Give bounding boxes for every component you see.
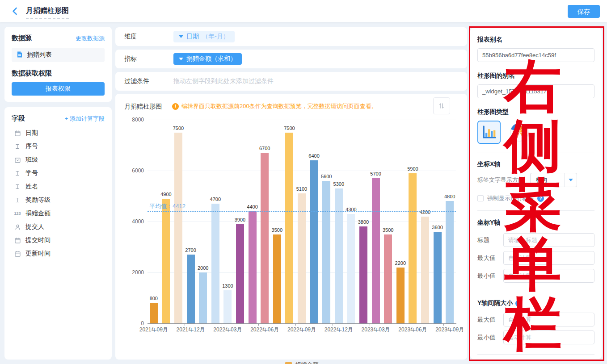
report-permission-button[interactable]: 报表权限 <box>12 82 105 96</box>
bar <box>434 232 442 323</box>
bar-value-label: 3500 <box>379 227 397 233</box>
yaxis-row: 标题 <box>477 233 594 247</box>
metric-label: 指标 <box>124 55 173 63</box>
legend-swatch <box>285 362 292 364</box>
bar-value-label: 2200 <box>392 260 409 266</box>
bar <box>322 181 330 323</box>
bar <box>446 201 454 323</box>
datasource-title: 数据源 <box>12 34 32 42</box>
bar-value-label: 5100 <box>293 186 311 192</box>
sort-button[interactable] <box>433 97 450 114</box>
filter-row[interactable]: 过滤条件 拖动左侧字段到此处来添加过滤条件 <box>115 72 467 91</box>
xaxis-section-title: 坐标X轴 <box>477 160 594 168</box>
field-item[interactable]: 提交人 <box>12 220 105 234</box>
bar <box>347 214 355 323</box>
y-axis-tick-label: 0 <box>117 320 144 326</box>
datasource-card: 数据源 更改数据源 捐赠列表 数据获取权限 报表权限 <box>4 27 112 102</box>
bar-chart-type-option[interactable] <box>477 121 501 144</box>
report-alias-label: 报表别名 <box>477 36 594 44</box>
field-item[interactable]: 123捐赠金额 <box>12 207 105 220</box>
field-label: 提交时间 <box>25 236 51 244</box>
yaxis-input[interactable] <box>503 251 594 265</box>
bar-value-label: 3800 <box>354 219 372 225</box>
metric-tag-text: 捐赠金额（求和） <box>186 55 236 63</box>
save-button[interactable]: 保存 <box>568 5 600 18</box>
average-line <box>148 211 456 212</box>
bar <box>249 211 257 323</box>
field-item[interactable]: 日期 <box>12 126 105 140</box>
help-icon[interactable]: ? <box>537 195 544 202</box>
widget-alias-label: 柱形图的别名 <box>477 72 594 80</box>
change-datasource-link[interactable]: 更改数据源 <box>76 34 105 42</box>
bar-value-label: 5900 <box>404 166 422 172</box>
fields-list: 日期序号班级学号姓名奖励等级123捐赠金额提交人提交时间更新时间 <box>12 126 105 260</box>
field-item[interactable]: 班级 <box>12 153 105 167</box>
field-item[interactable]: 提交时间 <box>12 234 105 247</box>
field-item[interactable]: 姓名 <box>12 180 105 193</box>
report-alias-input[interactable] <box>477 48 594 62</box>
field-label: 姓名 <box>25 183 38 191</box>
field-label: 学号 <box>25 169 38 177</box>
legend-item[interactable]: 捐赠金额 <box>285 361 319 364</box>
xaxis-direction-select[interactable]: 横向 <box>530 173 577 187</box>
chart-legend: 捐赠金额 <box>148 361 456 364</box>
x-axis-tick <box>443 323 444 326</box>
dimension-label: 维度 <box>124 33 173 41</box>
x-axis-tick <box>258 323 259 326</box>
widget-alias-input[interactable] <box>477 84 594 98</box>
yaxis-label: 最大值 <box>477 254 503 262</box>
bar-chart-icon <box>480 123 498 141</box>
bar-value-label: 4800 <box>441 194 459 199</box>
field-item[interactable]: 序号 <box>12 140 105 153</box>
back-icon[interactable] <box>10 6 21 17</box>
bar <box>199 272 207 323</box>
y-axis-tick-label: 8000 <box>117 117 144 123</box>
datasource-item[interactable]: 捐赠列表 <box>12 48 105 62</box>
chart-type-label: 柱形图类型 <box>477 108 594 116</box>
add-calc-field-link[interactable]: + 添加计算字段 <box>65 115 105 123</box>
chart-card: 月捐赠柱形图 ! 编辑界面只取数据源前200条作为查询数据预览，完整数据请访问页… <box>115 94 467 360</box>
select-icon <box>13 156 21 163</box>
bar <box>174 133 182 324</box>
x-axis-tick-label: 2023年06月 <box>398 326 427 334</box>
bar <box>285 133 293 324</box>
bar <box>421 217 429 323</box>
dimension-tag[interactable]: 日期（年-月） <box>173 31 235 42</box>
bar <box>372 178 380 323</box>
bar <box>261 153 269 323</box>
bar <box>211 204 219 323</box>
metric-tag[interactable]: 捐赠金额（求和） <box>173 53 242 65</box>
yaxis-input[interactable] <box>503 269 594 283</box>
text-icon <box>13 170 21 177</box>
yaxis-input[interactable] <box>503 233 594 247</box>
filter-placeholder: 拖动左侧字段到此处来添加过滤条件 <box>173 77 274 85</box>
bar <box>384 234 392 324</box>
filter-label: 过滤条件 <box>124 77 173 85</box>
x-axis-tick <box>185 323 185 326</box>
yaxis-row: 最小值 <box>477 269 594 283</box>
field-item[interactable]: 更新时间 <box>12 247 105 260</box>
notice-text: 编辑界面只取数据源前200条作为查询数据预览，完整数据请访问页面查看。 <box>181 102 377 110</box>
xaxis-direction-value: 横向 <box>531 173 565 187</box>
bar-value-label: 4900 <box>157 192 175 197</box>
calendar-icon <box>13 250 21 257</box>
pie-chart-type-option[interactable] <box>508 121 531 144</box>
y-axis-tick-label: 6000 <box>117 167 144 174</box>
number-icon: 123 <box>13 210 21 217</box>
help-icon[interactable]: ? <box>515 300 522 307</box>
calendar-icon <box>13 237 21 244</box>
yaxis-rows: 标题最大值最小值 <box>477 233 594 283</box>
settings-panel: 报表别名 柱形图的别名 柱形图类型 <box>470 28 602 359</box>
x-axis-tick <box>370 323 370 326</box>
interval-input[interactable] <box>503 331 594 344</box>
pie-chart-icon <box>509 122 530 142</box>
field-item[interactable]: 学号 <box>12 167 105 180</box>
person-icon <box>13 223 21 230</box>
chart-title: 月捐赠柱形图 <box>124 103 162 111</box>
field-item[interactable]: 奖励等级 <box>12 193 105 207</box>
interval-input[interactable] <box>503 313 594 326</box>
bar <box>187 255 195 323</box>
fields-title: 字段 <box>12 114 25 123</box>
field-label: 更新时间 <box>25 250 51 258</box>
show-all-labels-checkbox[interactable] <box>477 195 484 201</box>
